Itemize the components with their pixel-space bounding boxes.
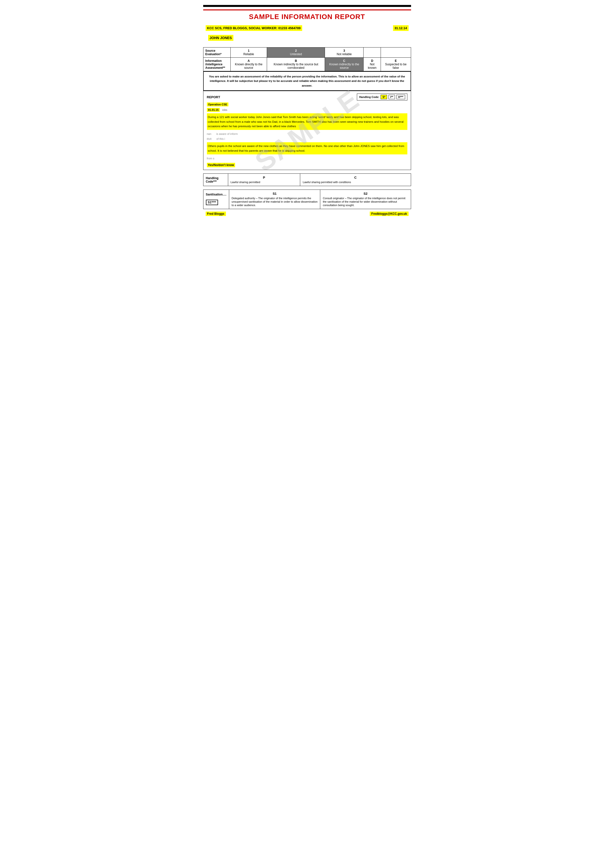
s1-box: S1**** bbox=[206, 200, 218, 205]
partial-text3: itivit bbox=[207, 137, 212, 140]
source-col-2-selected: 2 Untested bbox=[267, 48, 325, 57]
info-col-e: E Suspected to be false bbox=[381, 57, 411, 71]
info-col-a: A Known directly to the source bbox=[230, 57, 267, 71]
hc-s: S* bbox=[381, 95, 387, 99]
report-label: REPORT bbox=[207, 95, 220, 99]
narrative-text: During a 121 with social worker today Jo… bbox=[207, 113, 407, 130]
s1-desc: Delegated authority – The originator of … bbox=[232, 197, 318, 207]
handling-c-cell: C Lawful sharing permitted with conditio… bbox=[300, 174, 411, 186]
info-assess-label: Information /intelligence Assessment** bbox=[203, 57, 230, 71]
handling-p-desc: Lawful sharing permitted bbox=[231, 181, 260, 184]
footer-row: Fred Bloggs Fredbloggs@KCC.gov.uk bbox=[203, 212, 411, 216]
handling-code-box: Handling Code: S* I** H*** bbox=[357, 93, 407, 101]
report-section: REPORT bbox=[207, 95, 220, 99]
articles-label: icles bbox=[222, 108, 227, 112]
handling-p-header: P bbox=[231, 176, 298, 180]
handling-code-table-label: Handling Code*** bbox=[203, 174, 228, 186]
main-form-section: SAMPLE REPORT Handling Code: S* I** H***… bbox=[203, 91, 411, 170]
handling-code-table: Handling Code*** P Lawful sharing permit… bbox=[203, 174, 411, 186]
date-row: 01.01.15 icles bbox=[207, 108, 407, 112]
source-eval-label: Source Evaluation* bbox=[203, 48, 230, 57]
sanitisation-table: Sanitisation…. S1**** S1 Delegated autho… bbox=[203, 189, 411, 209]
top-bar bbox=[203, 5, 411, 7]
source-evaluation-table: Source Evaluation* 1 Reliable 2 Untested… bbox=[203, 47, 411, 71]
handling-c-header: C bbox=[303, 176, 408, 180]
yes-no: Yes/No/don't know bbox=[207, 163, 235, 167]
partial-text1: nan bbox=[207, 132, 211, 135]
operation-row: Operation CSE bbox=[207, 102, 407, 106]
footer-email: Fredbloggs@KCC.gov.uk bbox=[370, 212, 408, 216]
handling-code-section: Handling Code: S* I** H*** bbox=[357, 93, 407, 101]
info-col-d: D Not known bbox=[364, 57, 381, 71]
header-date: 31.12.14 bbox=[393, 25, 409, 31]
hc-h: H*** bbox=[397, 95, 405, 99]
source-col-3: 3 Not reliable bbox=[325, 48, 364, 57]
handling-c-desc: Lawful sharing permitted with conditions bbox=[303, 181, 351, 184]
partial-text4: of this i bbox=[216, 137, 225, 140]
sanitisation-s2-cell: S2 Consult originator – The originator o… bbox=[320, 190, 411, 209]
source-col-5 bbox=[381, 48, 411, 57]
corroboration-text: Others pupils in the school are aware of… bbox=[207, 142, 407, 154]
s2-header: S2 bbox=[323, 192, 408, 195]
s1-header: S1 bbox=[232, 192, 318, 195]
sanitisation-label: Sanitisation…. S1**** bbox=[203, 190, 229, 209]
source-col-1: 1 Reliable bbox=[230, 48, 267, 57]
partial-text2: is aware of inform bbox=[216, 132, 238, 135]
hc-i: I** bbox=[389, 95, 395, 99]
s2-desc: Consult originator – The originator of t… bbox=[323, 197, 405, 207]
source-col-4 bbox=[364, 48, 381, 57]
partial-section-2: itivit of this i bbox=[207, 137, 407, 140]
sanitisation-s1-cell: S1 Delegated authority – The originator … bbox=[229, 190, 320, 209]
red-bar bbox=[203, 9, 411, 10]
operation-value: Operation CSE bbox=[207, 102, 229, 106]
header-info: KCC SCS, FRED BLOGGS, SOCIAL WORKER: 012… bbox=[206, 25, 302, 31]
from-label: from s bbox=[207, 157, 407, 160]
form-top-row: REPORT Handling Code: S* I** H*** bbox=[207, 93, 407, 101]
sanitisation-title: Sanitisation…. bbox=[206, 193, 226, 196]
info-col-c-selected: C Known indirectly to the source bbox=[325, 57, 364, 71]
date-value: 01.01.15 bbox=[207, 108, 220, 112]
assessment-note: You are asked to make an assessment of t… bbox=[203, 71, 411, 91]
subject-name: JOHN JONES bbox=[208, 35, 233, 41]
footer-name: Fred Bloggs bbox=[206, 212, 226, 216]
handling-code-label: Handling Code: bbox=[359, 96, 379, 98]
info-col-b: B Known indirectly to the source but cor… bbox=[267, 57, 325, 71]
header-row: KCC SCS, FRED BLOGGS, SOCIAL WORKER: 012… bbox=[203, 25, 411, 31]
page-title: SAMPLE INFORMATION REPORT bbox=[203, 13, 411, 21]
partial-section: nan is aware of inform bbox=[207, 132, 407, 135]
handling-p-cell: P Lawful sharing permitted bbox=[228, 174, 300, 186]
